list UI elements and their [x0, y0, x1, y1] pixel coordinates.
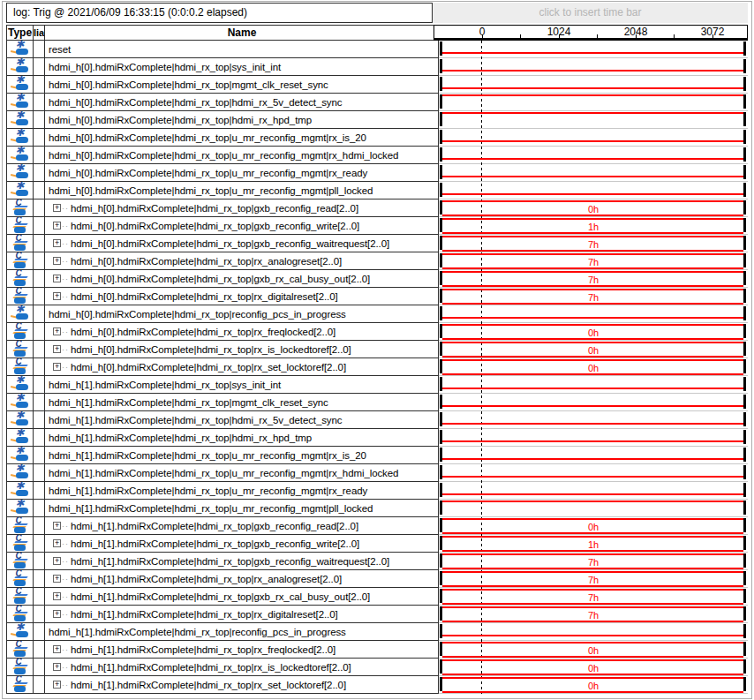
waveform-cell[interactable]: [439, 41, 748, 58]
signal-alias-cell[interactable]: [34, 235, 45, 252]
waveform-cell[interactable]: 0h: [439, 199, 748, 217]
signal-name-cell[interactable]: hdmi_h[0].hdmiRxComplete|hdmi_rx_top|hdm…: [45, 111, 439, 129]
signal-name-cell[interactable]: reset: [45, 41, 439, 58]
signal-alias-cell[interactable]: [34, 623, 45, 641]
signal-type-cell[interactable]: ✱: [6, 623, 34, 641]
signal-alias-cell[interactable]: [34, 358, 45, 376]
signal-alias-cell[interactable]: [34, 535, 45, 553]
waveform-cell[interactable]: 7h: [439, 252, 748, 270]
signal-type-cell[interactable]: ✱: [6, 41, 34, 58]
signal-type-cell[interactable]: ✱: [6, 182, 34, 199]
waveform-cell[interactable]: [439, 94, 748, 111]
signal-alias-cell[interactable]: [34, 182, 45, 199]
signal-name-cell[interactable]: +··hdmi_h[1].hdmiRxComplete|hdmi_rx_top|…: [45, 641, 439, 659]
signal-type-cell[interactable]: C: [6, 553, 34, 570]
signal-alias-cell[interactable]: [34, 429, 45, 447]
signal-name-cell[interactable]: +··hdmi_h[0].hdmiRxComplete|hdmi_rx_top|…: [45, 217, 439, 235]
signal-alias-cell[interactable]: [34, 676, 45, 694]
waveform-cell[interactable]: 0h: [439, 517, 748, 535]
signal-name-cell[interactable]: hdmi_h[1].hdmiRxComplete|hdmi_rx_top|mgm…: [45, 394, 439, 411]
signal-type-cell[interactable]: C: [6, 270, 34, 288]
signal-alias-cell[interactable]: [34, 94, 45, 111]
signal-alias-cell[interactable]: [34, 341, 45, 358]
signal-name-cell[interactable]: hdmi_h[1].hdmiRxComplete|hdmi_rx_top|rec…: [45, 623, 439, 641]
signal-alias-cell[interactable]: [34, 606, 45, 623]
waveform-cell[interactable]: 7h: [439, 588, 748, 606]
sample-ruler[interactable]: 0 1024 2048 3072: [434, 25, 748, 41]
signal-type-cell[interactable]: ✱: [6, 482, 34, 500]
signal-type-cell[interactable]: ✱: [6, 94, 34, 111]
signal-name-cell[interactable]: hdmi_h[0].hdmiRxComplete|hdmi_rx_top|hdm…: [45, 94, 439, 111]
expand-button[interactable]: +: [53, 239, 61, 247]
signal-alias-cell[interactable]: [34, 217, 45, 235]
signal-alias-cell[interactable]: [34, 305, 45, 323]
signal-type-cell[interactable]: C: [6, 199, 34, 217]
signal-name-cell[interactable]: hdmi_h[1].hdmiRxComplete|hdmi_rx_top|u_m…: [45, 464, 439, 482]
signal-name-cell[interactable]: hdmi_h[0].hdmiRxComplete|hdmi_rx_top|rec…: [45, 305, 439, 323]
signal-name-cell[interactable]: +··hdmi_h[1].hdmiRxComplete|hdmi_rx_top|…: [45, 588, 439, 606]
signal-type-cell[interactable]: C: [6, 323, 34, 341]
signal-alias-cell[interactable]: [34, 588, 45, 606]
expand-button[interactable]: +: [53, 204, 61, 212]
signal-type-cell[interactable]: ✱: [6, 447, 34, 464]
signal-name-cell[interactable]: +··hdmi_h[0].hdmiRxComplete|hdmi_rx_top|…: [45, 341, 439, 358]
expand-button[interactable]: +: [53, 292, 61, 300]
signal-alias-cell[interactable]: [34, 323, 45, 341]
expand-button[interactable]: +: [53, 575, 61, 583]
signal-name-cell[interactable]: +··hdmi_h[0].hdmiRxComplete|hdmi_rx_top|…: [45, 235, 439, 252]
signal-type-cell[interactable]: ✱: [6, 500, 34, 517]
signal-name-cell[interactable]: hdmi_h[1].hdmiRxComplete|hdmi_rx_top|sys…: [45, 376, 439, 394]
expand-button[interactable]: +: [53, 663, 61, 671]
signal-type-cell[interactable]: ✱: [6, 147, 34, 164]
signal-name-cell[interactable]: +··hdmi_h[0].hdmiRxComplete|hdmi_rx_top|…: [45, 358, 439, 376]
signal-name-cell[interactable]: +··hdmi_h[1].hdmiRxComplete|hdmi_rx_top|…: [45, 535, 439, 553]
signal-alias-cell[interactable]: [34, 41, 45, 58]
expand-button[interactable]: +: [53, 363, 61, 371]
signal-alias-cell[interactable]: [34, 394, 45, 411]
waveform-cell[interactable]: [439, 482, 748, 500]
expand-button[interactable]: +: [53, 592, 61, 600]
waveform-cell[interactable]: [439, 429, 748, 447]
signal-type-cell[interactable]: ✱: [6, 411, 34, 429]
signal-name-cell[interactable]: hdmi_h[0].hdmiRxComplete|hdmi_rx_top|u_m…: [45, 182, 439, 199]
signal-type-cell[interactable]: ✱: [6, 111, 34, 129]
signal-name-cell[interactable]: hdmi_h[1].hdmiRxComplete|hdmi_rx_top|u_m…: [45, 500, 439, 517]
expand-button[interactable]: +: [53, 222, 61, 230]
expand-button[interactable]: +: [53, 645, 61, 653]
signal-alias-cell[interactable]: [34, 199, 45, 217]
expand-button[interactable]: +: [53, 539, 61, 547]
waveform-cell[interactable]: 7h: [439, 235, 748, 252]
waveform-cell[interactable]: [439, 500, 748, 517]
waveform-cell[interactable]: 7h: [439, 288, 748, 305]
insert-time-bar-strip[interactable]: click to insert time bar: [433, 3, 748, 23]
waveform-cell[interactable]: [439, 111, 748, 129]
waveform-cell[interactable]: 7h: [439, 270, 748, 288]
signal-alias-cell[interactable]: [34, 111, 45, 129]
waveform-cell[interactable]: [439, 305, 748, 323]
signal-type-cell[interactable]: C: [6, 659, 34, 676]
signal-name-cell[interactable]: hdmi_h[0].hdmiRxComplete|hdmi_rx_top|u_m…: [45, 164, 439, 182]
waveform-cell[interactable]: [439, 129, 748, 147]
expand-button[interactable]: +: [53, 610, 61, 618]
waveform-cell[interactable]: [439, 58, 748, 76]
signal-name-cell[interactable]: +··hdmi_h[1].hdmiRxComplete|hdmi_rx_top|…: [45, 570, 439, 588]
signal-type-cell[interactable]: ✱: [6, 58, 34, 76]
signal-name-cell[interactable]: +··hdmi_h[1].hdmiRxComplete|hdmi_rx_top|…: [45, 517, 439, 535]
signal-type-cell[interactable]: C: [6, 570, 34, 588]
waveform-cell[interactable]: [439, 411, 748, 429]
signal-type-cell[interactable]: C: [6, 535, 34, 553]
signal-alias-cell[interactable]: [34, 58, 45, 76]
signal-type-cell[interactable]: ✱: [6, 164, 34, 182]
signal-alias-cell[interactable]: [34, 411, 45, 429]
signal-name-cell[interactable]: +··hdmi_h[1].hdmiRxComplete|hdmi_rx_top|…: [45, 659, 439, 676]
waveform-cell[interactable]: [439, 182, 748, 199]
expand-button[interactable]: +: [53, 681, 61, 689]
signal-alias-cell[interactable]: [34, 570, 45, 588]
waveform-cell[interactable]: 0h: [439, 358, 748, 376]
signal-alias-cell[interactable]: [34, 447, 45, 464]
signal-alias-cell[interactable]: [34, 553, 45, 570]
signal-name-cell[interactable]: +··hdmi_h[0].hdmiRxComplete|hdmi_rx_top|…: [45, 270, 439, 288]
signal-alias-cell[interactable]: [34, 482, 45, 500]
waveform-cell[interactable]: 0h: [439, 341, 748, 358]
signal-type-cell[interactable]: C: [6, 606, 34, 623]
